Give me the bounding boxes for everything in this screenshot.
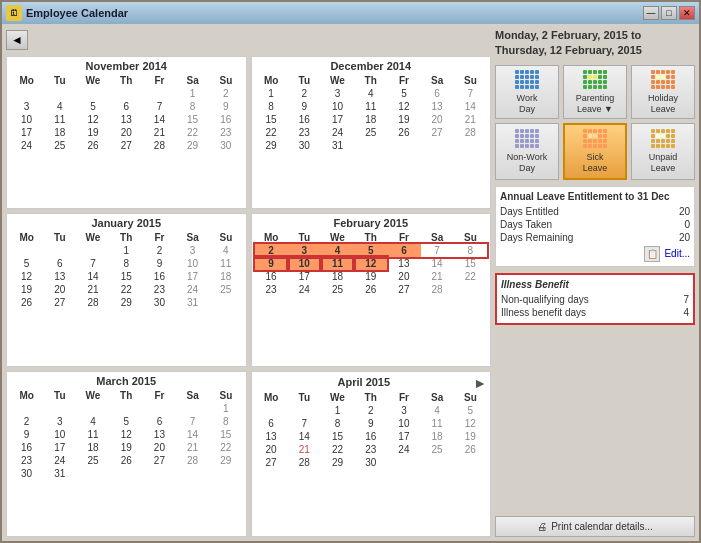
calendar-jan2015: January 2015 MoTuWeThFrSaSu 1234 5678910… [6,213,247,366]
illness-benefit-days-label: Illness benefit days [501,307,586,318]
title-buttons: — □ ✕ [643,6,695,20]
app-icon: 🗓 [6,5,22,21]
print-icon: 🖨 [537,521,547,532]
calendar-table-apr2015: MoTuWeThFrSaSu 12345 6789101112 13141516… [255,391,488,469]
illness-benefit-days-value: 4 [683,307,689,318]
close-button[interactable]: ✕ [679,6,695,20]
unpaid-leave-icon [651,129,675,148]
illness-row-benefit-days: Illness benefit days 4 [501,306,689,319]
unpaid-leave-button[interactable]: UnpaidLeave [631,123,695,180]
calendar-apr2015: April 2015 ► MoTuWeThFrSaSu 12345 678910… [251,371,492,537]
content-area: ◄ November 2014 MoTuWeThFrSaSu 12 345678… [2,24,699,541]
back-button[interactable]: ◄ [6,30,28,50]
calendar-title-mar2015: March 2015 [10,375,243,387]
illness-benefit-box: Illness Benefit Non-qualifying days 7 Il… [495,273,695,325]
calendar-table-nov2014: MoTuWeThFrSaSu 12 3456789 10111213141516… [10,74,243,152]
unpaid-leave-label: UnpaidLeave [649,152,678,174]
entitlement-row-remaining: Days Remaining 20 [500,231,690,244]
parenting-leave-label: ParentingLeave ▼ [576,93,615,115]
days-entitled-value: 20 [679,206,690,217]
illness-benefit-title: Illness Benefit [501,279,689,290]
main-window: 🗓 Employee Calendar — □ ✕ ◄ November 201… [0,0,701,543]
date-range: Monday, 2 February, 2015 to Thursday, 12… [495,28,695,59]
parenting-leave-button[interactable]: ParentingLeave ▼ [563,65,627,120]
date-range-line1: Monday, 2 February, 2015 to [495,28,695,43]
calendar-table-mar2015: MoTuWeThFrSaSu 1 2345678 9101112131415 1… [10,389,243,480]
entitlement-edit-area: 📋 Edit... [500,246,690,262]
holiday-leave-icon [651,70,675,89]
calendar-title-jan2015: January 2015 [10,217,243,229]
non-work-day-label: Non-WorkDay [507,152,547,174]
sick-leave-button[interactable]: SickLeave [563,123,627,180]
entitlement-box: Annual Leave Entitlement to 31 Dec Days … [495,186,695,267]
calendar-title-feb2015: February 2015 [255,217,488,229]
days-entitled-label: Days Entitled [500,206,559,217]
parenting-leave-icon [583,70,607,89]
left-panel: ◄ November 2014 MoTuWeThFrSaSu 12 345678… [6,28,491,537]
holiday-leave-label: HolidayLeave [648,93,678,115]
calendar-dec2014: December 2014 MoTuWeThFrSaSu 1234567 891… [251,56,492,209]
nav-bar: ◄ [6,28,491,52]
entitlement-row-taken: Days Taken 0 [500,218,690,231]
title-bar: 🗓 Employee Calendar — □ ✕ [2,2,699,24]
calendar-feb2015: February 2015 MoTuWeThFrSaSu 2 3 4 5 6 7 [251,213,492,366]
date-range-line2: Thursday, 12 February, 2015 [495,43,695,58]
sick-leave-label: SickLeave [583,152,608,174]
entitlement-row-entitled: Days Entitled 20 [500,205,690,218]
next-arrow-icon[interactable]: ► [473,375,487,391]
days-remaining-label: Days Remaining [500,232,573,243]
calendar-title-nov2014: November 2014 [10,60,243,72]
non-qualifying-label: Non-qualifying days [501,294,589,305]
window-title: Employee Calendar [26,7,639,19]
calendar-table-dec2014: MoTuWeThFrSaSu 1234567 891011121314 1516… [255,74,488,152]
edit-icon: 📋 [644,246,660,262]
work-day-button[interactable]: WorkDay [495,65,559,120]
non-work-day-button[interactable]: Non-WorkDay [495,123,559,180]
edit-link[interactable]: Edit... [664,248,690,259]
calendar-mar2015: March 2015 MoTuWeThFrSaSu 1 2345678 9101… [6,371,247,537]
leave-types-grid: WorkDay ParentingLeave ▼ [495,65,695,180]
maximize-button[interactable]: □ [661,6,677,20]
print-label: Print calendar details... [551,521,653,532]
calendar-nov2014: November 2014 MoTuWeThFrSaSu 12 3456789 … [6,56,247,209]
work-day-label: WorkDay [517,93,538,115]
days-taken-label: Days Taken [500,219,552,230]
illness-row-nonqualifying: Non-qualifying days 7 [501,293,689,306]
calendar-table-feb2015: MoTuWeThFrSaSu 2 3 4 5 6 7 8 9 [255,231,488,296]
days-taken-value: 0 [684,219,690,230]
calendars-grid: November 2014 MoTuWeThFrSaSu 12 3456789 … [6,56,491,537]
work-day-icon [515,70,539,89]
calendar-title-apr2015: April 2015 [255,376,474,388]
entitlement-title: Annual Leave Entitlement to 31 Dec [500,191,690,202]
print-button[interactable]: 🖨 Print calendar details... [495,516,695,537]
holiday-leave-button[interactable]: HolidayLeave [631,65,695,120]
calendar-table-jan2015: MoTuWeThFrSaSu 1234 567891011 1213141516… [10,231,243,309]
right-panel: Monday, 2 February, 2015 to Thursday, 12… [495,28,695,537]
days-remaining-value: 20 [679,232,690,243]
non-qualifying-value: 7 [683,294,689,305]
sick-leave-icon [583,129,607,148]
minimize-button[interactable]: — [643,6,659,20]
calendar-title-dec2014: December 2014 [255,60,488,72]
non-work-day-icon [515,129,539,148]
